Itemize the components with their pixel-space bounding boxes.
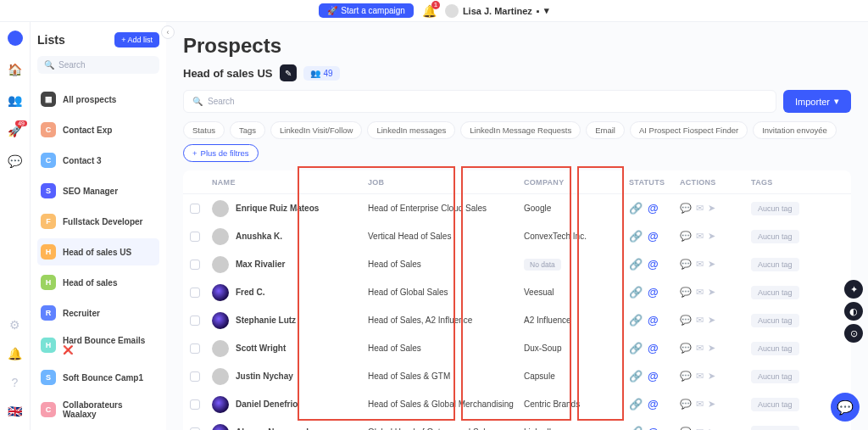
link-icon[interactable]: 🔗 xyxy=(629,342,643,355)
table-row[interactable]: Fred C. Head of Global Sales Veesual 🔗 @… xyxy=(183,278,851,306)
lists-search-input[interactable]: 🔍 Search xyxy=(37,56,159,74)
filter-pill[interactable]: Email xyxy=(586,121,625,139)
link-icon[interactable]: 🔗 xyxy=(629,398,643,410)
col-actions[interactable]: ACTIONS xyxy=(680,178,748,187)
filter-pill[interactable]: AI Prospect Fiospect Finder xyxy=(630,121,748,139)
mail-action-icon[interactable]: ✉ xyxy=(696,287,704,298)
language-flag-icon[interactable]: 🇬🇧 xyxy=(8,405,22,418)
bell-icon[interactable]: 🔔 xyxy=(8,347,22,360)
mail-action-icon[interactable]: ✉ xyxy=(696,343,704,354)
prospects-search-input[interactable]: 🔍 Search xyxy=(183,90,776,113)
start-campaign-button[interactable]: 🚀 Start a campaign xyxy=(319,3,414,18)
message-action-icon[interactable]: 💬 xyxy=(680,427,692,430)
tag-pill[interactable]: Aucun tag xyxy=(751,202,799,215)
row-checkbox[interactable] xyxy=(190,343,200,354)
link-icon[interactable]: 🔗 xyxy=(629,286,643,299)
mail-action-icon[interactable]: ✉ xyxy=(696,427,704,430)
link-icon[interactable]: 🔗 xyxy=(629,258,643,271)
at-icon[interactable]: @ xyxy=(648,342,659,355)
float-shortcut-1[interactable]: ✦ xyxy=(844,280,863,299)
at-icon[interactable]: @ xyxy=(648,258,659,271)
at-icon[interactable]: @ xyxy=(648,286,659,299)
table-row[interactable]: Anushka K. Vertical Head of Sales Convex… xyxy=(183,222,851,250)
at-icon[interactable]: @ xyxy=(648,230,659,243)
sidebar-item[interactable]: F Fullstack Developer xyxy=(37,208,159,235)
tag-pill[interactable]: Aucun tag xyxy=(751,230,799,243)
table-row[interactable]: Justin Nychay Head of Sales & GTM Capsul… xyxy=(183,362,851,390)
mail-action-icon[interactable]: ✉ xyxy=(696,399,704,410)
link-icon[interactable]: 🔗 xyxy=(629,370,643,383)
table-row[interactable]: Enrique Ruiz Mateos Head of Enterprise C… xyxy=(183,194,851,222)
help-icon[interactable]: ? xyxy=(12,376,19,389)
user-menu[interactable]: Lisa J. Martinez ▪ ▾ xyxy=(445,4,549,18)
filter-pill[interactable]: Tags xyxy=(230,121,265,139)
send-action-icon[interactable]: ➤ xyxy=(708,399,715,410)
at-icon[interactable]: @ xyxy=(648,202,659,215)
edit-list-button[interactable]: ✎ xyxy=(280,64,297,81)
link-icon[interactable]: 🔗 xyxy=(629,202,643,215)
filter-pill[interactable]: Status xyxy=(183,121,225,139)
row-checkbox[interactable] xyxy=(190,371,200,382)
send-action-icon[interactable]: ➤ xyxy=(708,343,715,354)
mail-action-icon[interactable]: ✉ xyxy=(696,203,704,214)
more-filters-button[interactable]: + Plus de filtres xyxy=(183,144,259,162)
message-action-icon[interactable]: 💬 xyxy=(680,371,692,382)
tag-pill[interactable]: Aucun tag xyxy=(751,342,799,355)
sidebar-item[interactable]: C Contact 3 xyxy=(37,147,159,174)
support-chat-button[interactable]: 💬 xyxy=(831,393,860,422)
sidebar-item[interactable]: S Soft Bounce Camp1 xyxy=(37,364,159,391)
row-checkbox[interactable] xyxy=(190,288,200,298)
float-shortcut-2[interactable]: ◐ xyxy=(844,302,863,321)
sidebar-item[interactable]: S SEO Manager xyxy=(37,177,159,204)
row-checkbox[interactable] xyxy=(190,399,200,410)
filter-pill[interactable]: LinkedIn messages xyxy=(367,121,455,139)
row-checkbox[interactable] xyxy=(190,232,200,242)
message-action-icon[interactable]: 💬 xyxy=(680,399,692,410)
app-logo-icon[interactable] xyxy=(8,31,23,46)
link-icon[interactable]: 🔗 xyxy=(629,426,643,430)
send-action-icon[interactable]: ➤ xyxy=(708,287,715,298)
tag-pill[interactable]: Aucun tag xyxy=(751,370,799,383)
sidebar-item[interactable]: C Collaborateurs Waalaxy xyxy=(37,394,159,425)
mail-action-icon[interactable]: ✉ xyxy=(696,315,704,326)
message-action-icon[interactable]: 💬 xyxy=(680,315,692,326)
row-checkbox[interactable] xyxy=(190,260,200,270)
link-icon[interactable]: 🔗 xyxy=(629,314,643,327)
send-action-icon[interactable]: ➤ xyxy=(708,371,715,382)
at-icon[interactable]: @ xyxy=(648,370,659,383)
float-shortcut-3[interactable]: ⊙ xyxy=(844,324,863,343)
add-list-button[interactable]: + Add list xyxy=(114,32,159,47)
tag-pill[interactable]: Aucun tag xyxy=(751,314,799,327)
at-icon[interactable]: @ xyxy=(648,314,659,327)
table-row[interactable]: Stephanie Lutz Head of Sales, A2 Influen… xyxy=(183,306,851,334)
send-action-icon[interactable]: ➤ xyxy=(708,427,715,430)
tag-pill[interactable]: Aucun tag xyxy=(751,258,799,271)
send-action-icon[interactable]: ➤ xyxy=(708,315,715,326)
col-company[interactable]: COMPANY xyxy=(524,178,626,187)
message-action-icon[interactable]: 💬 xyxy=(680,343,692,354)
tag-pill[interactable]: Aucun tag xyxy=(751,426,799,431)
sidebar-item-all-prospects[interactable]: ▦ All prospects xyxy=(37,86,159,113)
settings-icon[interactable]: ⚙ xyxy=(9,318,20,332)
people-icon[interactable]: 👥 xyxy=(8,93,22,107)
table-row[interactable]: Max Rivalier Head of Sales No data 🔗 @ 💬… xyxy=(183,250,851,278)
send-action-icon[interactable]: ➤ xyxy=(708,231,715,242)
row-checkbox[interactable] xyxy=(190,427,200,431)
table-row[interactable]: Daniel Denefrio Head of Sales & Global M… xyxy=(183,390,851,418)
send-action-icon[interactable]: ➤ xyxy=(708,259,715,270)
sidebar-item[interactable]: H Head of sales xyxy=(37,269,159,296)
at-icon[interactable]: @ xyxy=(648,426,659,430)
home-icon[interactable]: 🏠 xyxy=(8,63,22,76)
import-button[interactable]: Importer ▾ xyxy=(783,90,851,113)
message-action-icon[interactable]: 💬 xyxy=(680,287,692,298)
filter-pill[interactable]: Invitation envoyée xyxy=(753,121,837,139)
filter-pill[interactable]: LinkedIn Message Requests xyxy=(460,121,581,139)
link-icon[interactable]: 🔗 xyxy=(629,230,643,243)
sidebar-item[interactable]: H Hard Bounce Emails ❌ xyxy=(37,330,159,360)
col-name[interactable]: NAME xyxy=(212,178,364,187)
table-row[interactable]: Aksana Navumenka Global Head of Outsourc… xyxy=(183,418,851,430)
row-checkbox[interactable] xyxy=(190,204,200,214)
message-action-icon[interactable]: 💬 xyxy=(680,203,692,214)
notifications-bell-icon[interactable]: 🔔 1 xyxy=(422,4,437,18)
filter-pill[interactable]: LinkedIn Visit/Follow xyxy=(270,121,362,139)
